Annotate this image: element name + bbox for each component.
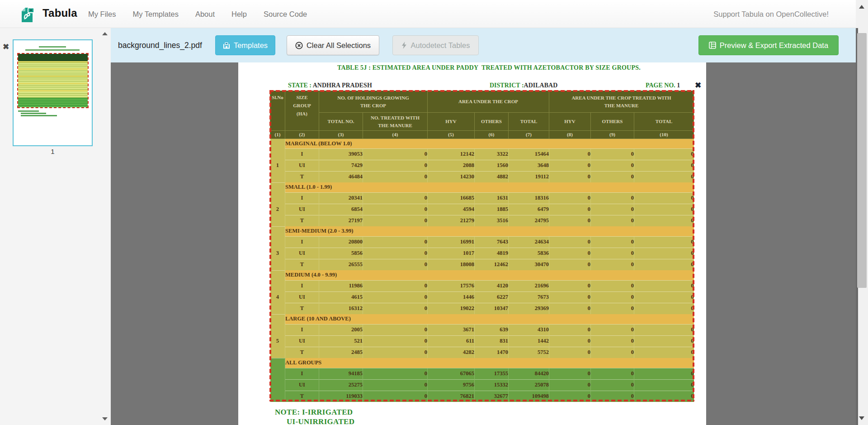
thumb-title-line2 <box>25 49 80 51</box>
pdf-district-line: DISTRICT :ADILABAD <box>490 82 557 89</box>
toolbar: background_lines_2.pdf Templates Clear A… <box>111 28 856 62</box>
nav-source-code[interactable]: Source Code <box>264 10 307 19</box>
scroll-up-icon[interactable] <box>859 5 864 9</box>
clear-icon <box>295 42 303 49</box>
brand-title[interactable]: Tabula <box>42 7 77 19</box>
support-link[interactable]: Support Tabula on OpenCollective! <box>713 0 829 28</box>
remove-page-icon[interactable]: ✖ <box>3 42 9 52</box>
sidebar-scroll-up-icon[interactable] <box>102 32 108 35</box>
scroll-down-icon[interactable] <box>859 416 864 420</box>
navbar: Tabula My Files My Templates About Help … <box>0 0 856 28</box>
thumb-selection-box <box>17 53 89 108</box>
page-thumbnail[interactable] <box>13 39 93 146</box>
nav-help[interactable]: Help <box>231 10 247 19</box>
vertical-scrollbar[interactable] <box>856 0 868 425</box>
templates-icon <box>223 42 230 49</box>
nav-my-files[interactable]: My Files <box>88 10 116 19</box>
pdf-note-line1: NOTE: I-IRRIGATED <box>275 408 353 417</box>
thumb-note-line3 <box>21 115 57 116</box>
pdf-note-line2: UI-UNIRRIGATED <box>287 417 354 425</box>
thumbnail-page-number: 1 <box>13 148 93 155</box>
scrollbar-thumb[interactable] <box>857 33 867 288</box>
pdf-filename: background_lines_2.pdf <box>118 28 202 62</box>
table-list-icon <box>709 42 716 49</box>
preview-export-button[interactable]: Preview & Export Extracted Data <box>698 35 839 55</box>
nav-about[interactable]: About <box>195 10 215 19</box>
clear-all-selections-button[interactable]: Clear All Selections <box>287 35 379 55</box>
lightning-icon <box>401 42 407 49</box>
thumb-note-line <box>18 110 39 112</box>
autodetect-tables-button: Autodetect Tables <box>392 35 479 55</box>
sidebar-scroll-down-icon[interactable] <box>102 417 108 420</box>
pdf-viewer-area: TABLE 5J : ESTIMATED AREA UNDER PADDY TR… <box>111 62 856 425</box>
selection-overlay[interactable] <box>269 90 694 401</box>
sidebar: ✖ 1 <box>0 28 111 425</box>
pdf-state-line: STATE : ANDHRA PRADESH <box>288 82 372 89</box>
thumb-title-line <box>39 46 66 48</box>
thumb-note-line2 <box>21 113 46 114</box>
templates-button[interactable]: Templates <box>215 35 275 55</box>
brand[interactable]: Tabula <box>21 4 77 22</box>
selection-close-icon[interactable]: ✖ <box>695 81 701 90</box>
tabula-logo-icon <box>21 4 35 22</box>
nav-links: My Files My Templates About Help Source … <box>88 0 307 28</box>
nav-my-templates[interactable]: My Templates <box>132 10 178 19</box>
pdf-table-title: TABLE 5J : ESTIMATED AREA UNDER PADDY TR… <box>337 64 641 72</box>
pdf-pageno-line: PAGE NO. 1 <box>646 82 680 89</box>
pdf-page: TABLE 5J : ESTIMATED AREA UNDER PADDY TR… <box>238 62 706 425</box>
